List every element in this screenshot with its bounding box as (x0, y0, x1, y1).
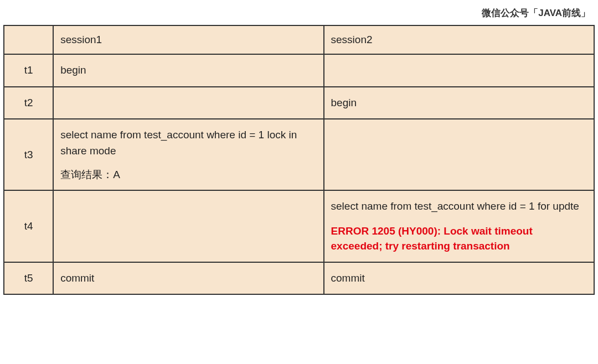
table-row: t5 commit commit (4, 262, 594, 295)
time-cell: t2 (4, 87, 53, 119)
time-cell: t3 (4, 119, 53, 190)
session2-cell (324, 54, 594, 87)
session1-cell (53, 87, 323, 119)
time-cell: t4 (4, 190, 53, 262)
session1-cell (53, 190, 323, 262)
session-table: session1 session2 t1 begin t2 begin t3 s… (3, 25, 595, 295)
table-row: t2 begin (4, 87, 594, 119)
cell-content: select name from test_account where id =… (331, 200, 579, 212)
session1-cell: commit (53, 262, 323, 295)
header-time (4, 25, 53, 54)
cell-content: begin (60, 64, 86, 76)
cell-content: select name from test_account where id =… (60, 129, 297, 157)
session2-cell: commit (324, 262, 594, 295)
session1-cell: begin (53, 54, 323, 87)
session1-cell: select name from test_account where id =… (53, 119, 323, 190)
session2-cell: begin (324, 87, 594, 119)
time-cell: t1 (4, 54, 53, 87)
cell-content: begin (331, 97, 357, 108)
cell-error-content: ERROR 1205 (HY000): Lock wait timeout ex… (331, 223, 587, 254)
time-cell: t5 (4, 262, 53, 295)
session2-cell (324, 119, 594, 190)
table-row: t3 select name from test_account where i… (4, 119, 594, 190)
table-row: t1 begin (4, 54, 594, 87)
cell-content: commit (331, 272, 365, 284)
table-header-row: session1 session2 (4, 25, 594, 54)
attribution-text: 微信公众号「JAVA前线」 (0, 0, 598, 25)
header-session1: session1 (53, 25, 323, 54)
table-row: t4 select name from test_account where i… (4, 190, 594, 262)
session2-cell: select name from test_account where id =… (324, 190, 594, 262)
header-session2: session2 (324, 25, 594, 54)
cell-content: commit (60, 272, 94, 284)
cell-sub-content: 查询结果：A (60, 168, 316, 182)
